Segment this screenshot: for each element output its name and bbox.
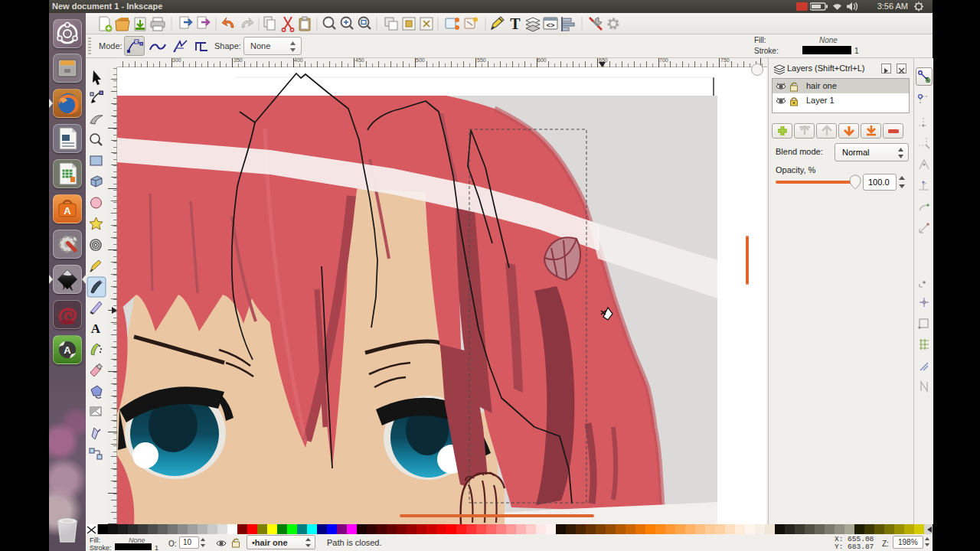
svg-text:A: A: [91, 321, 101, 336]
svg-text:T: T: [510, 15, 521, 32]
svg-text:A: A: [64, 344, 71, 356]
svg-text:A: A: [64, 205, 71, 217]
svg-text:<>: <>: [547, 21, 555, 29]
